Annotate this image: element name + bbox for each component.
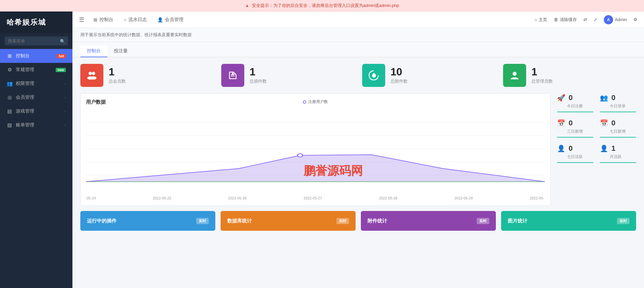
calendar-icon: 📅: [557, 119, 565, 127]
bottom-cards: 运行中的插件 实时 数据库统计 实时 附件统计 实时 图片统计 实时: [72, 206, 644, 236]
topnav: ☰ ⊞ 控制台 ○ 流水日志 👤 会员管理 ⌂ 主页: [72, 12, 644, 28]
side-stats: 🚀 0 今日注册 👥 0 今日登录: [550, 93, 636, 206]
stat-label-admins: 总管理员数: [531, 78, 553, 84]
card-attachment-stats[interactable]: 附件统计 实时: [361, 211, 496, 231]
topnav-item-flowlog[interactable]: ○ 流水日志: [122, 17, 148, 23]
main-area: ☰ ⊞ 控制台 ○ 流水日志 👤 会员管理 ⌂ 主页: [72, 12, 644, 288]
refresh-icon: ⇄: [583, 17, 587, 22]
side-stat-3day: 📅 0 三日新增: [557, 119, 593, 138]
trash-icon: 🗑: [554, 17, 558, 22]
chart-date-2: 2022-05-26: [228, 196, 247, 200]
stat-7day-new-label: 七日新增: [600, 129, 636, 134]
topnav-flowlog-label: 流水日志: [128, 17, 147, 23]
card-running-plugins-label: 运行中的插件: [87, 218, 117, 224]
chart-section: 用户数据 注册用户数: [80, 93, 550, 206]
stat-label-plugins: 总插件数: [250, 78, 267, 84]
stat-card-attachments: 10 总附件数: [362, 64, 495, 87]
sidebar-logo: 哈希娱乐城: [0, 12, 72, 33]
user-circle-icon-1: 👤: [557, 144, 565, 152]
games-icon: ▤: [7, 108, 13, 114]
sidebar-item-general[interactable]: ⚙ 常规管理 new: [0, 63, 72, 77]
stat-line-1: [600, 112, 636, 112]
sidebar-item-members[interactable]: ◎ 会员管理 ‹: [0, 91, 72, 104]
topnav-left: ☰ ⊞ 控制台 ○ 流水日志 👤 会员管理: [79, 16, 185, 23]
tabs-bar: 控制台 投注量: [72, 42, 644, 57]
card-running-plugins[interactable]: 运行中的插件 实时: [80, 211, 215, 231]
stat-today-register-label: 今日注册: [557, 103, 593, 109]
card-running-plugins-badge: 实时: [196, 218, 209, 224]
menu-toggle[interactable]: ☰: [79, 16, 84, 23]
search-icon: 🔍: [60, 39, 65, 43]
stat-line-0: [557, 112, 593, 112]
sidebar-item-games[interactable]: ▤ 游戏管理 ‹: [0, 104, 72, 118]
sidebar-label-general: 常规管理: [16, 67, 34, 73]
stat-line-4: [557, 162, 593, 163]
topnav-clear-cache[interactable]: 🗑 清除缓存: [554, 17, 577, 23]
stat-7day-active-number: 0: [569, 144, 573, 153]
sidebar-nav: ⊞ 控制台 hot ⚙ 常规管理 new 👥 权限管理 ‹: [0, 49, 72, 288]
stat-line-3: [600, 137, 636, 138]
side-stat-7day-active: 👤 0 七日活跃: [557, 144, 593, 163]
stat-number-members: 1: [109, 66, 126, 77]
topnav-settings[interactable]: ⚙: [633, 17, 637, 22]
arrow-accounts: ‹: [65, 123, 66, 127]
chart-area: [86, 109, 545, 195]
topnav-members-icon: 👤: [157, 17, 163, 22]
card-attachment-stats-badge: 实时: [477, 218, 489, 224]
arrow-permissions: ‹: [65, 82, 66, 86]
card-image-stats-label: 图片统计: [508, 218, 527, 224]
side-stat-month-active: 👤 1 月活跃: [600, 144, 636, 163]
stat-icon-members: [80, 64, 103, 87]
arrow-members: ‹: [65, 95, 66, 99]
svg-point-4: [232, 73, 234, 75]
sidebar: 哈希娱乐城 🔍 ⊞ 控制台 hot ⚙ 常规管理 n: [0, 12, 72, 288]
chart-svg: [86, 109, 545, 188]
svg-point-5: [513, 72, 517, 76]
stats-row: 1 总会员数 1 总插件数: [72, 57, 644, 90]
sidebar-label-permissions: 权限管理: [16, 81, 34, 87]
topnav-item-members[interactable]: 👤 会员管理: [156, 17, 185, 23]
arrow-games: ‹: [65, 109, 66, 113]
alert-icon: ▲: [245, 3, 249, 8]
card-db-stats-label: 数据库统计: [227, 218, 252, 224]
general-icon: ⚙: [7, 67, 13, 73]
tab-betting[interactable]: 投注量: [107, 45, 134, 57]
chart-legend-label: 注册用户数: [308, 99, 328, 105]
topnav-flowlog-icon: ○: [124, 17, 126, 22]
stat-card-plugins: 1 总插件数: [221, 64, 354, 87]
sidebar-label-games: 游戏管理: [16, 108, 34, 114]
chart-legend: 注册用户数: [303, 99, 328, 105]
topnav-refresh[interactable]: ⇄: [583, 17, 587, 22]
stat-today-login-number: 0: [611, 93, 615, 102]
sidebar-item-accounts[interactable]: ▤ 账单管理 ‹: [0, 118, 72, 132]
stat-label-members: 总会员数: [109, 78, 126, 84]
sidebar-label-accounts: 账单管理: [16, 122, 34, 128]
alert-bar: ▲ 安全提示：为了你的后台安全，请勿将后台管理入口设置为admin或admin.…: [0, 0, 644, 12]
content-area: 用于展示当前系统中的统计数据、统计报表及重要实时数据 控制台 投注量: [72, 28, 644, 288]
dashboard-body: 用户数据 注册用户数: [72, 90, 644, 206]
rocket-icon: 🚀: [557, 94, 565, 102]
stat-7day-new-number: 0: [611, 119, 615, 127]
card-db-stats[interactable]: 数据库统计 实时: [221, 211, 356, 231]
topnav-user[interactable]: A Admin: [604, 15, 627, 24]
settings-icon: ⚙: [633, 17, 637, 22]
topnav-fullscreen[interactable]: ⤢: [594, 17, 597, 22]
hot-badge: hot: [57, 54, 66, 58]
topnav-home[interactable]: ⌂ 主页: [534, 17, 547, 23]
card-attachment-stats-label: 附件统计: [367, 218, 387, 224]
chart-date-3: 2022-05-27: [304, 196, 322, 200]
permissions-icon: 👥: [7, 81, 13, 87]
stat-today-register-number: 0: [569, 93, 573, 102]
topnav-right: ⌂ 主页 🗑 清除缓存 ⇄ ⤢ A Admin ⚙: [534, 15, 637, 24]
topnav-item-dashboard[interactable]: ⊞ 控制台: [92, 17, 115, 23]
svg-point-1: [92, 72, 95, 75]
clear-cache-label: 清除缓存: [560, 17, 577, 23]
chart-date-1: 2022-05-25: [153, 196, 171, 200]
sidebar-item-permissions[interactable]: 👥 权限管理 ‹: [0, 77, 72, 91]
alert-text: 安全提示：为了你的后台安全，请勿将后台管理入口设置为admin或admin.ph…: [252, 3, 399, 8]
search-input[interactable]: [5, 37, 68, 45]
card-image-stats[interactable]: 图片统计 实时: [501, 211, 636, 231]
stat-number-attachments: 10: [390, 66, 408, 77]
tab-dashboard[interactable]: 控制台: [80, 45, 107, 57]
sidebar-item-dashboard[interactable]: ⊞ 控制台 hot: [0, 49, 72, 63]
